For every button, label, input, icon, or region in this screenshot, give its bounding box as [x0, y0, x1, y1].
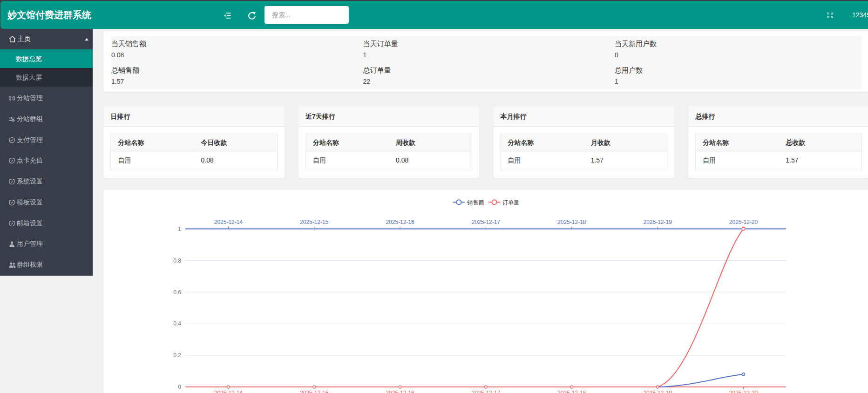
svg-text:2025-12-16: 2025-12-16: [386, 390, 415, 393]
svg-text:订单量: 订单量: [502, 199, 519, 206]
svg-text:2025-12-14: 2025-12-14: [214, 219, 243, 225]
svg-text:2025-12-15: 2025-12-15: [300, 390, 329, 393]
svg-text:2025-12-17: 2025-12-17: [472, 219, 501, 225]
svg-text:2025-12-20: 2025-12-20: [729, 390, 758, 393]
svg-text:2025-12-18: 2025-12-18: [557, 390, 586, 393]
svg-text:2025-12-16: 2025-12-16: [386, 219, 415, 225]
svg-text:2025-12-15: 2025-12-15: [300, 219, 329, 225]
svg-text:2025-12-17: 2025-12-17: [472, 390, 501, 393]
svg-text:2025-12-18: 2025-12-18: [557, 219, 586, 225]
svg-text:0.2: 0.2: [174, 352, 182, 359]
svg-text:0.4: 0.4: [174, 320, 182, 327]
svg-text:1: 1: [178, 226, 182, 232]
svg-text:2025-12-19: 2025-12-19: [644, 219, 672, 225]
svg-text:2025-12-14: 2025-12-14: [214, 390, 243, 393]
svg-text:2025-12-19: 2025-12-19: [644, 390, 672, 393]
svg-text:0.8: 0.8: [174, 257, 182, 264]
svg-text:2025-12-20: 2025-12-20: [729, 219, 758, 225]
svg-text:0.6: 0.6: [174, 289, 182, 296]
svg-text:销售额: 销售额: [467, 199, 484, 206]
svg-text:0: 0: [178, 384, 182, 390]
